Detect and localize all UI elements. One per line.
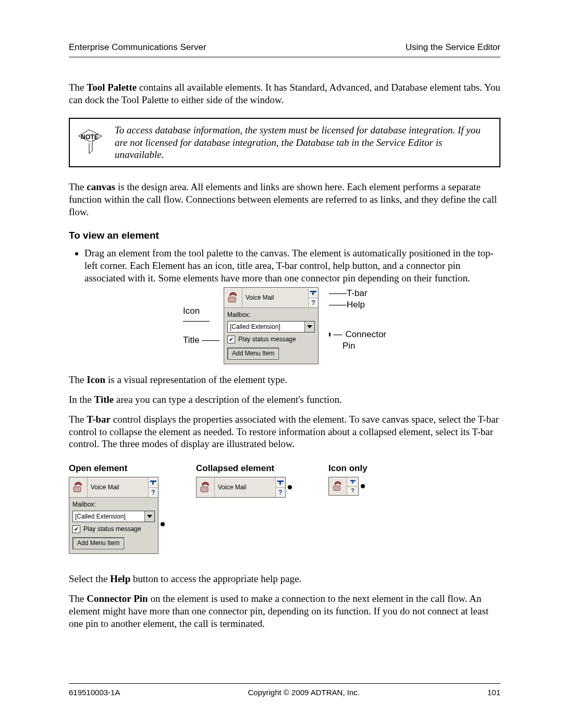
select-value: [Called Extension]: [228, 323, 304, 331]
label-connector: Connector: [346, 329, 386, 340]
text: The: [69, 374, 87, 385]
tbar-button[interactable]: [149, 477, 158, 488]
chevron-down-icon[interactable]: [304, 322, 314, 332]
anatomy-right-labels: —— T-bar —— Help — Connector Pin: [326, 287, 386, 364]
label-tbar: T-bar: [347, 288, 368, 299]
element-type-icon: [329, 477, 347, 495]
page-footer: 619510003-1A Copyright © 2009 ADTRAN, In…: [69, 683, 500, 698]
header-left: Enterprise Communications Server: [69, 42, 206, 53]
text: The: [69, 82, 87, 93]
text: In the: [69, 394, 94, 405]
page-header: Enterprise Communications Server Using t…: [69, 42, 500, 57]
label-pin: Pin: [342, 340, 356, 351]
para-tool-palette: The Tool Palette contains all available …: [69, 81, 500, 106]
note-callout: NOTE To access database information, the…: [69, 118, 500, 167]
note-icon: NOTE: [75, 129, 105, 156]
mailbox-label: Mailbox:: [227, 311, 315, 319]
anatomy-left-labels: Icon ——— Title ——: [183, 287, 224, 364]
connector-pin-icon: [361, 484, 365, 488]
checkbox-label: Play status message: [83, 525, 141, 533]
bold-term-canvas: canvas: [87, 181, 115, 192]
text: control displays the properties associat…: [69, 414, 499, 450]
label-icon: Icon: [183, 306, 200, 316]
footer-center: Copyright © 2009 ADTRAN, Inc.: [248, 688, 359, 698]
para-icon: The Icon is a visual representation of t…: [69, 374, 500, 386]
element-card-collapsed: Voice Mail ?: [196, 477, 286, 498]
element-title[interactable]: Voice Mail: [215, 477, 275, 497]
mode-collapsed: Collapsed element Voice Mail ?: [196, 463, 300, 554]
tbar-button[interactable]: [276, 477, 285, 488]
text: The: [69, 181, 87, 192]
svg-rect-12: [279, 480, 281, 485]
mode-icon-only: Icon only ?: [328, 463, 386, 554]
connector-pin-icon: [161, 522, 165, 526]
text: is a visual representation of the elemen…: [105, 374, 287, 385]
bullet-list: Drag an element from the tool palette to…: [69, 247, 500, 284]
display-modes-row: Open element Voice Mail ? Mailb: [69, 463, 500, 554]
svg-text:NOTE: NOTE: [81, 133, 98, 141]
svg-rect-4: [312, 291, 314, 295]
text: is the design area. All elements and lin…: [69, 181, 497, 217]
bold-term-tool-palette: Tool Palette: [87, 82, 137, 93]
mailbox-select[interactable]: [Called Extension]: [227, 321, 315, 332]
text: The: [69, 414, 87, 425]
bullet-item: Drag an element from the tool palette to…: [84, 247, 500, 284]
header-right: Using the Service Editor: [406, 42, 500, 53]
svg-rect-13: [334, 486, 340, 490]
help-button[interactable]: ?: [347, 487, 358, 496]
play-status-checkbox[interactable]: ✔ Play status message: [227, 336, 315, 343]
help-button[interactable]: ?: [309, 298, 318, 308]
footer-right: 101: [487, 688, 500, 698]
mailbox-label: Mailbox:: [72, 501, 155, 509]
document-page: Enterprise Communications Server Using t…: [0, 0, 563, 728]
mailbox-select[interactable]: [Called Extension]: [72, 511, 155, 522]
help-button[interactable]: ?: [149, 488, 158, 498]
mode-open-title: Open element: [69, 463, 168, 474]
select-value: [Called Extension]: [73, 513, 144, 521]
element-card-open: Voice Mail ? Mailbox: [Called Extension]: [69, 477, 158, 554]
tbar-button[interactable]: [347, 477, 358, 487]
subhead-view-element: To view an element: [69, 229, 500, 242]
text: button to access the appropriate help pa…: [130, 573, 301, 584]
connector-pin-icon: [329, 332, 331, 337]
checkbox-label: Play status message: [238, 336, 296, 343]
element-type-icon: [197, 477, 215, 497]
mode-open: Open element Voice Mail ? Mailb: [69, 463, 168, 554]
element-card: Voice Mail ? Mailbox: [Called Exten: [224, 287, 319, 364]
footer-left: 619510003-1A: [69, 688, 120, 698]
svg-marker-9: [147, 515, 152, 518]
mode-icon-title: Icon only: [328, 463, 386, 474]
element-title[interactable]: Voice Mail: [242, 288, 308, 307]
connector-pin-icon: [288, 485, 292, 489]
svg-rect-6: [74, 487, 81, 492]
add-menu-item-button[interactable]: Add Menu Item: [227, 348, 279, 360]
element-title[interactable]: Voice Mail: [88, 477, 148, 497]
bold-term-tbar: T-bar: [87, 414, 111, 425]
svg-rect-8: [152, 480, 154, 485]
checkbox-box[interactable]: ✔: [72, 525, 80, 533]
checkbox-box[interactable]: ✔: [227, 336, 235, 343]
bold-term-title: Title: [94, 394, 114, 405]
label-title: Title: [183, 335, 200, 345]
svg-marker-5: [307, 325, 312, 328]
para-tbar: The T-bar control displays the propertie…: [69, 413, 500, 450]
element-card-icon-only: ?: [328, 477, 359, 496]
para-canvas: The canvas is the design area. All eleme…: [69, 181, 500, 218]
tbar-button[interactable]: [309, 288, 318, 298]
bold-term-connector-pin: Connector Pin: [87, 593, 148, 604]
svg-rect-15: [352, 480, 353, 484]
chevron-down-icon[interactable]: [144, 511, 154, 522]
play-status-checkbox[interactable]: ✔ Play status message: [72, 525, 155, 533]
element-anatomy-figure: Icon ——— Title —— Voice Mail: [183, 287, 386, 364]
text: The: [69, 593, 87, 604]
bold-term-help: Help: [110, 573, 130, 584]
add-menu-item-button[interactable]: Add Menu Item: [72, 537, 124, 549]
help-button[interactable]: ?: [276, 488, 285, 498]
note-text: To access database information, the syst…: [115, 124, 490, 161]
svg-rect-2: [228, 297, 236, 302]
element-type-icon: [69, 477, 88, 497]
para-help: Select the Help button to access the app…: [69, 573, 500, 585]
svg-rect-10: [201, 487, 208, 492]
text: area you can type a description of the e…: [114, 394, 342, 405]
para-title: In the Title area you can type a descrip…: [69, 393, 500, 406]
